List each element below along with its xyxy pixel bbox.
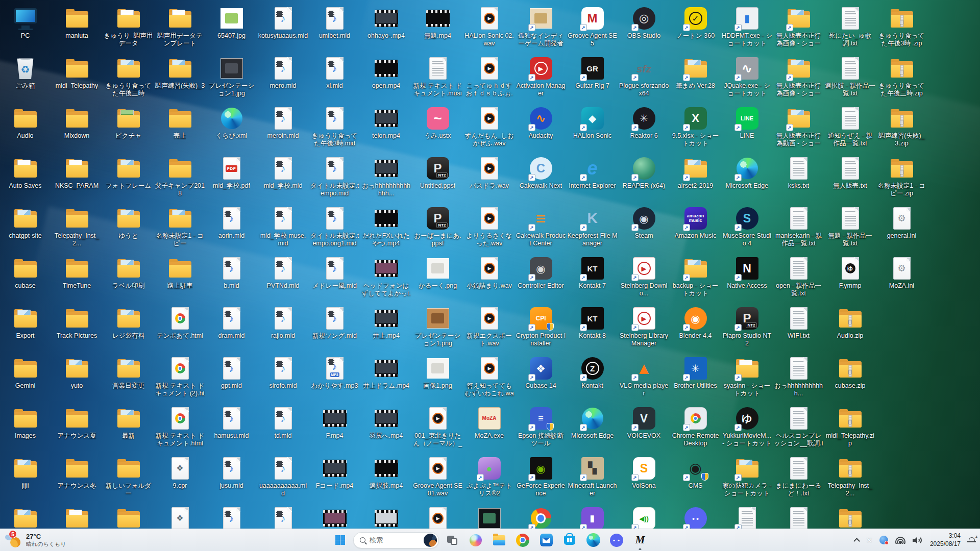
desktop-icon[interactable]: ↗筆まめ Ver.28 (670, 56, 721, 90)
desktop-icon[interactable]: GR↗Guitar Rig 7 (567, 56, 618, 90)
desktop-icon[interactable]: ▶HALion Sonic 02.wav (463, 6, 515, 47)
desktop-icon[interactable]: アナウンス冬 (51, 456, 103, 490)
desktop-icon[interactable]: 新しいフォルダー (103, 456, 154, 497)
desktop-icon[interactable]: C↗Cakewalk Next (515, 156, 567, 190)
desktop-icon[interactable]: ✳↗Reaktor 6 (618, 106, 670, 140)
desktop-icon[interactable]: amazon music↗Amazon Music (670, 206, 721, 240)
desktop-icon[interactable]: ♪xl.mid (309, 56, 360, 90)
desktop-icon[interactable]: ヘッドフォンはずしててよかっt.mp4 (360, 256, 412, 298)
desktop-icon[interactable]: 営業日変更 (103, 356, 154, 390)
desktop-icon[interactable]: ↗無人販売不正行為動画 - ショートカット (773, 106, 824, 148)
desktop-icon[interactable]: ゆF.ymmp (824, 256, 876, 290)
desktop-icon[interactable]: 売上 (154, 106, 206, 140)
desktop-icon[interactable]: ↗Microsoft Edge (721, 156, 773, 190)
desktop-icon[interactable]: 名称未設定1 - コピー (154, 206, 206, 247)
desktop-icon[interactable]: ♪td.mid (257, 406, 309, 440)
desktop-icon[interactable]: K↗Keepforest File Manager (567, 206, 618, 247)
desktop-icon[interactable]: cubase (0, 256, 51, 290)
desktop-icon[interactable]: ▶↗Activation Manager (515, 56, 567, 97)
desktop-icon[interactable]: ▮↗HDDFMT.exe - ショートカット (721, 6, 773, 47)
mail-button[interactable] (536, 530, 556, 550)
desktop-icon[interactable]: MoZAMoZA.exe (463, 406, 515, 440)
desktop-icon[interactable]: ▶よりうるさくなった.wav (463, 206, 515, 247)
desktop-icon[interactable]: 新規 テキスト ドキュメント.musicxml (412, 56, 463, 98)
desktop-icon[interactable]: CPI↗Crypton Product Installer (515, 306, 567, 347)
desktop-icon[interactable]: jijii (0, 456, 51, 490)
desktop-icon[interactable]: ♪mero.mid (257, 56, 309, 90)
desktop-icon[interactable]: ▶001_東北きりたん（ノーマル）_今じゃ... (412, 406, 463, 448)
desktop-icon[interactable]: ▶↗Steinberg Library Manager (618, 306, 670, 347)
desktop-icon[interactable]: 井上.mp4 (360, 306, 412, 340)
desktop-icon[interactable]: ∿↗JQuake.exe - ショートカット (721, 56, 773, 97)
desktop-icon[interactable]: ♪aorin.mid (206, 206, 257, 240)
desktop-icon[interactable]: teion.mp4 (360, 106, 412, 140)
desktop-icon[interactable]: ◉↗CMS (670, 456, 721, 490)
desktop-icon[interactable] (309, 506, 360, 529)
desktop-icon[interactable] (103, 506, 154, 529)
desktop-icon[interactable]: ◉↗Steam (618, 206, 670, 240)
desktop-icon[interactable]: ▶バスドラ.wav (463, 156, 515, 190)
desktop-icon[interactable]: 通知うぜえ - 親作品一覧.txt (824, 106, 876, 147)
desktop-icon[interactable]: V↗VOICEVOX (618, 406, 670, 440)
desktop-icon[interactable]: ◀))↗ (618, 506, 670, 529)
desktop-icon[interactable]: きゅうり_調声用データ (103, 6, 154, 47)
desktop-icon[interactable]: きゅうり食ってた午後三時.zip (876, 56, 927, 97)
desktop-icon[interactable]: ◎↗OBS Studio (618, 6, 670, 40)
desktop-icon[interactable]: ♪b.mid (206, 256, 257, 290)
desktop-icon[interactable]: アナウンス夏 (51, 406, 103, 440)
desktop-icon[interactable]: おっhhhhhhhhhhh... (773, 356, 824, 397)
desktop-icon[interactable]: X↗9.5.xlsx - ショートカット (670, 106, 721, 147)
desktop-icon[interactable] (773, 506, 824, 529)
desktop-icon[interactable]: Audio (0, 106, 51, 140)
desktop-icon[interactable]: Gemini (0, 356, 51, 390)
desktop-icon[interactable]: PC (0, 6, 51, 40)
desktop-icon[interactable]: 無題.mp4 (412, 6, 463, 40)
desktop-icon[interactable]: S↗MuseScore Studio 4 (721, 206, 773, 247)
desktop-icon[interactable]: ↗孤独なインディーゲーム開発者の一生 ... (515, 6, 567, 48)
desktop-icon[interactable]: ♪rajio.mid (257, 306, 309, 340)
desktop-icon[interactable]: ♪きゅうり食ってた午後3時.mid (309, 106, 360, 147)
desktop-icon[interactable]: KT↗Kontakt 8 (567, 306, 618, 340)
search-highlight-image[interactable] (424, 534, 437, 547)
desktop-icon[interactable]: ⚙MoZA.ini (876, 256, 927, 290)
desktop-icon[interactable] (51, 506, 103, 529)
desktop-icon[interactable]: ♪タイトル未設定.tempo.orig1.mid (309, 206, 360, 247)
tray-app-icon[interactable] (879, 536, 888, 544)
store-button[interactable] (559, 530, 580, 550)
desktop-icon[interactable]: Telepathy_Inst_2... (824, 456, 876, 497)
desktop-icon[interactable]: ❖ (154, 506, 206, 529)
desktop-icon[interactable] (360, 506, 412, 529)
desktop-icon[interactable]: ▶新規エクスポート.wav (463, 306, 515, 347)
desktop-icon[interactable]: maniuta (51, 6, 103, 40)
desktop-icon[interactable]: Fコード.mp4 (309, 456, 360, 490)
desktop-icon[interactable]: manisekarin - 親作品一覧.txt (773, 206, 824, 247)
desktop-icon[interactable]: ~うみ.ustx (412, 106, 463, 140)
desktop-icon[interactable]: ▶ (412, 506, 463, 529)
desktop-icon[interactable]: Z↗Kontakt (567, 356, 618, 390)
desktop-icon[interactable]: PDFmid_学校.pdf (206, 156, 257, 190)
desktop-icon[interactable] (0, 506, 51, 529)
desktop-icon[interactable]: ♪MP3わかりやす.mp3 (309, 356, 360, 390)
desktop-icon[interactable] (824, 506, 876, 529)
desktop-icon[interactable]: ✳↗Brother Utilities (670, 356, 721, 390)
desktop-icon[interactable]: ▲↗VLC media player (618, 356, 670, 397)
desktop-icon[interactable]: 父子キャンプ2018 (154, 156, 206, 197)
desktop-icon[interactable]: Images (0, 406, 51, 440)
desktop-icon[interactable]: chatgpt-site (0, 206, 51, 240)
desktop-icon[interactable]: ♪gpt.mid (206, 356, 257, 390)
desktop-icon[interactable]: ↗無人販売不正行為画像 - ショートカッ... (773, 6, 824, 48)
copilot-button[interactable] (465, 530, 486, 550)
notification-bell-icon[interactable]: z (968, 536, 976, 544)
desktop-icon[interactable]: WIFI.txt (773, 306, 824, 340)
desktop-icon[interactable]: S↗VoiSona (618, 456, 670, 490)
desktop-icon[interactable]: テンポあて.html (154, 306, 206, 340)
desktop-icon[interactable]: 新規 テキスト ドキュメント (2).html (154, 356, 206, 398)
desktop-icon[interactable]: ▶答え知っててもむずいわこれ.wav (463, 356, 515, 398)
desktop-icon[interactable]: 井上ドラム.mp4 (360, 356, 412, 390)
desktop-icon[interactable]: sfz↗Plogue sforzando x64 (618, 56, 670, 97)
desktop-icon[interactable]: N↗Native Access (721, 256, 773, 290)
desktop-icon[interactable]: yuto (51, 356, 103, 390)
desktop-icon[interactable]: おっhhhhhhhhhhhhh... (360, 156, 412, 197)
desktop-icon[interactable]: ↗ (721, 506, 773, 529)
desktop-icon[interactable]: ✓↗ノートン 360 (670, 6, 721, 40)
